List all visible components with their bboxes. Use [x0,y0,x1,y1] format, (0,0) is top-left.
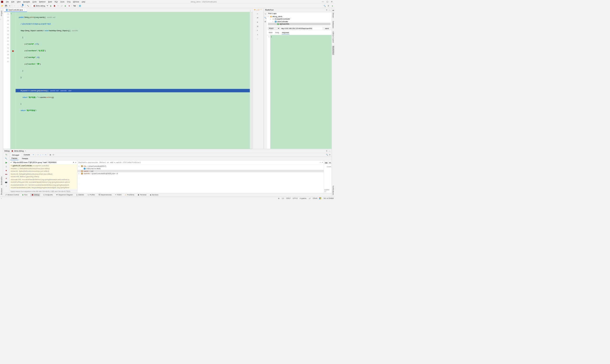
run-icon[interactable]: ▶ [50,4,52,7]
save-icon[interactable]: 💾 [5,4,7,7]
windows-icon[interactable] [319,197,321,199]
thread-header[interactable]: ✔ "http-nio-6633-exec-7"@5,923 in group … [10,160,78,164]
window-minimize-button[interactable]: — [321,1,325,3]
resume-icon[interactable]: ▶ [64,4,67,7]
watch-dropdown-icon[interactable]: ▾ [322,161,323,163]
frame-row[interactable]: invoke0:-1, NativeMethodAccessorImpl (su… [10,167,78,170]
add-watch-icon[interactable]: + [320,161,321,163]
tab-console[interactable]: Console [22,153,31,156]
menu-refactor[interactable]: Refactor [38,0,47,3]
frame-row[interactable]: invokeHandlerMethod:895, RequestMappingH… [10,186,78,189]
tab-head[interactable]: head [269,31,273,35]
menu-view[interactable]: View [16,0,22,3]
frame-row[interactable]: invoke:498, Method (java.lang.reflect) [10,175,78,178]
file-tab[interactable]: C UserController.java × [4,8,27,12]
menu-code[interactable]: Code [31,0,38,3]
window-maximize-button[interactable]: ▢ [325,0,329,3]
var-row[interactable]: PuserId = null [78,170,324,172]
frame-row[interactable]: invoke:62, NativeMethodAccessorImpl (sun… [10,170,78,173]
breakpoint-icon[interactable] [10,49,15,53]
resume-icon[interactable]: |▶ [5,161,7,164]
http-method-select[interactable]: POST [268,27,280,30]
pin-icon[interactable]: ◈ [257,21,259,23]
threads-icon[interactable]: ≡ [33,154,34,156]
editor-body[interactable]: 232425262728293031323334353637 ● public … [3,12,253,149]
tree-node-package[interactable]: ▾cn.aopmin.controller [268,18,330,20]
tool-statistic[interactable]: ∑ Statistic [76,194,85,196]
tool-endpoints[interactable]: ◫ Endpoints [42,194,53,196]
tree-node-project[interactable]: ▾debug_demo [268,15,330,18]
menu-run[interactable]: Run [54,0,59,3]
tab-close-icon[interactable]: × [25,150,26,152]
rerun-icon[interactable]: ↻ [5,154,7,156]
status-icon[interactable]: ▫ [1,197,2,199]
menu-window[interactable]: Window [72,0,80,3]
tree-node-class[interactable]: ▾CUserController [268,20,330,23]
back-icon[interactable]: ← [13,4,16,7]
collapse-icon[interactable]: ⇕ [257,34,259,36]
run-config-select[interactable]: 🐞 demo-debug [31,4,49,8]
frame-row[interactable]: invokeAndHandle:117, ServletInvocableHan… [10,184,78,186]
dropdown-icon[interactable]: ▾ [75,161,76,163]
expand-icon[interactable]: ↕ [257,38,259,40]
minimize-icon[interactable]: — [329,150,330,152]
gear-icon[interactable]: ⚙ [329,154,331,156]
sync-icon[interactable]: ↻ [8,4,11,7]
bar-icon[interactable]: ▥ [257,25,259,28]
forward-icon[interactable]: → [17,4,20,7]
restful-response[interactable]: 1 | [267,35,332,149]
menu-build[interactable]: Build [47,0,53,3]
menu-file[interactable]: File [5,0,10,3]
caret-pos[interactable]: 1:1 [282,197,284,199]
indent[interactable]: 4 spaces [299,197,306,199]
pause-icon[interactable]: || [6,165,7,168]
var-row[interactable]: ▾this = {UserController@5917} [78,165,324,167]
tool-todo[interactable]: ≡ TODO [114,194,122,196]
filter-icon[interactable]: ⇄ [257,17,259,19]
send-button[interactable]: send [323,27,331,30]
tool-terminal[interactable]: ▣ Terminal [137,194,147,196]
eval-input[interactable] [78,161,319,163]
copilot-status-icon[interactable]: ⊕ [278,197,280,199]
open-icon[interactable]: 📂 [1,4,4,7]
memory-indicator[interactable]: 762 of 2048M [323,197,334,199]
tab-close-icon[interactable]: × [24,9,25,11]
menu-edit[interactable]: Edit [10,0,15,3]
tool-deps[interactable]: ⛓ Dependencies [98,194,112,196]
frame-row[interactable]: ⟳ getInfo:34, UserController (cn.aopmin.… [10,164,78,167]
step-into-icon[interactable]: ↓ [40,154,41,156]
tool-bookmarks[interactable]: Bookmarks [0,177,2,185]
chart-icon[interactable]: ⫿ [257,29,259,32]
tool-project[interactable]: Project [0,11,2,16]
tool-problems[interactable]: ⚠Problems [124,194,135,196]
ide-icon[interactable]: ◗ [331,4,334,7]
tab-threads[interactable]: Threads [21,157,29,160]
na-status[interactable]: ∅/N/A [313,197,317,199]
filter-icon[interactable]: ▤ [264,21,266,23]
frame-row[interactable]: invoke:43, DelegatingMethodAccessorImpl … [10,172,78,175]
tree-node-api[interactable]: P/api/user/info [268,23,330,25]
tool-services[interactable]: ◉ Services [149,194,159,196]
memory-select[interactable]: Me [324,161,331,164]
menu-navigate[interactable]: Navigate [22,0,31,3]
minimize-icon[interactable]: — [329,9,330,11]
reader-mode-icon[interactable]: ⎋ [257,13,259,15]
code-area[interactable]: public String getInfo(Long userId) { use… [15,12,250,149]
line-ending[interactable]: CRLF [286,197,291,199]
wrench-icon[interactable]: 🔧 [5,157,7,160]
debug-icon[interactable]: 🐞 [53,4,56,7]
breakpoints-icon[interactable]: ●● [5,173,7,175]
frame-row[interactable]: invokeForRequest:150, InvocableHandlerMe… [10,181,78,184]
inspection-warning[interactable]: 👁 ⚠4 ˄ ˅ [254,9,262,11]
user-icon[interactable]: 👤▾ [22,4,24,7]
mute-bp-icon[interactable]: ⌀ [6,177,7,179]
menu-vcs[interactable]: VCS [66,0,71,3]
step-out-icon[interactable]: ↑ [42,154,43,156]
url-input[interactable] [280,27,323,30]
settings-icon[interactable]: ⚙ [327,4,330,7]
stop-icon[interactable]: ■ [6,169,7,171]
tool-maven[interactable]: Maven [332,13,334,18]
git-branch[interactable]: ⎇ [309,197,311,199]
tab-frames[interactable]: Frames [11,157,18,160]
filter-icon[interactable]: ⏷ [73,161,74,163]
